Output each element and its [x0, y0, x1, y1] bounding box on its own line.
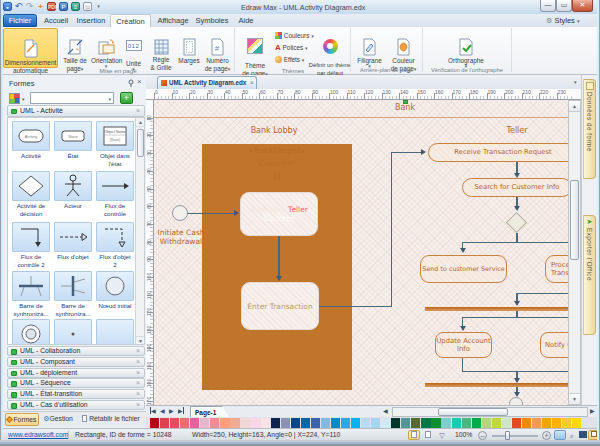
menu-tab-aide[interactable]: Aide: [234, 14, 258, 27]
tiles-scrollbar[interactable]: ▲ ▼: [135, 118, 145, 345]
palette-swatch[interactable]: [431, 418, 440, 428]
section-header-uml-activite[interactable]: UML - Activité ×: [7, 105, 145, 117]
menu-tab-fichier[interactable]: Fichier: [3, 14, 37, 27]
undo-icon[interactable]: ↶: [14, 2, 23, 11]
qat-dropdown-icon[interactable]: ▾: [94, 2, 103, 11]
tab-list-dropdown-icon[interactable]: ▾: [574, 79, 577, 85]
vscroll-thumb[interactable]: [570, 180, 579, 260]
lane-label-teller[interactable]: Teller: [467, 126, 567, 135]
tab-gestion[interactable]: ⚙Gestion: [41, 413, 75, 426]
palette-swatch[interactable]: [190, 418, 199, 428]
palette-swatch[interactable]: [170, 418, 179, 428]
minimize-button[interactable]: —: [540, 0, 556, 12]
palette-swatch[interactable]: [301, 418, 310, 428]
initial-node[interactable]: [172, 205, 188, 221]
definir-theme-defaut-button[interactable]: Définir un thème par défaut: [311, 28, 349, 68]
palette-swatch[interactable]: [240, 418, 249, 428]
shape-tile-flux-de-contr-le-2[interactable]: [12, 222, 50, 252]
frame-title[interactable]: Bank: [355, 103, 455, 112]
node-process-transaction[interactable]: Process Transaction: [545, 255, 568, 283]
section-header-uml-tat-transition[interactable]: UML - État-transition×: [7, 389, 145, 399]
tiles-scroll-down-icon[interactable]: ▼: [136, 336, 145, 345]
node-approach-teller-counter[interactable]: Approach Teller Counter: [240, 192, 318, 236]
document-tab[interactable]: UML Activity Diagram.edx ×: [157, 76, 257, 89]
save-icon[interactable]: ▪: [3, 2, 12, 11]
final-node[interactable]: [509, 397, 523, 405]
hscroll-thumb[interactable]: [438, 408, 508, 416]
word-icon[interactable]: ≡: [71, 2, 80, 11]
doc-icon[interactable]: ▤: [83, 2, 92, 11]
fit-page-icon[interactable]: [554, 430, 566, 440]
vscroll-up-icon[interactable]: ▲: [569, 101, 580, 112]
page-next-icon[interactable]: ▶: [169, 407, 174, 414]
palette-swatch[interactable]: [230, 418, 239, 428]
tab-formes[interactable]: Formes: [5, 413, 39, 426]
library-icon[interactable]: [9, 93, 20, 104]
palette-swatch[interactable]: [351, 418, 360, 428]
shape-tile-barre-de-synhroniza-[interactable]: [12, 271, 50, 301]
shape-tile-flux-d-objet[interactable]: [54, 222, 92, 252]
shape-tile-final[interactable]: [12, 319, 50, 345]
palette-swatch[interactable]: [532, 418, 541, 428]
palette-swatch[interactable]: [542, 418, 551, 428]
tab-retablir[interactable]: Rétablir le fichier: [77, 413, 145, 426]
pin-icon[interactable]: [127, 79, 135, 87]
lane-label-bank-lobby[interactable]: Bank Lobby: [224, 126, 324, 135]
orientation-button[interactable]: Orientation▾: [91, 28, 121, 68]
maximize-button[interactable]: ▭: [556, 0, 572, 12]
page-prev-icon[interactable]: ◀: [160, 407, 165, 414]
sidebar-tab-donnees-de-forme[interactable]: Données de forme: [583, 79, 596, 179]
document-tab-close-icon[interactable]: ×: [250, 79, 254, 86]
palette-swatch[interactable]: [391, 418, 400, 428]
hscroll-left-icon[interactable]: ◀: [383, 407, 388, 414]
menu-tab-symboles[interactable]: Symboles: [194, 14, 230, 27]
section-header-uml-d-ploiement[interactable]: UML - déploiement×: [7, 368, 145, 378]
palette-swatch[interactable]: [200, 418, 209, 428]
sync-bar-2[interactable]: [425, 383, 568, 387]
unite-button[interactable]: 012 Unité▾: [121, 28, 146, 68]
node-enter-transaction[interactable]: Enter Transaction: [241, 282, 319, 330]
pdf-icon[interactable]: PDF: [47, 2, 56, 11]
palette-swatch[interactable]: [522, 418, 531, 428]
library-dropdown-icon[interactable]: ▾: [22, 96, 25, 102]
palette-swatch[interactable]: [160, 418, 169, 428]
palette-swatch[interactable]: [251, 418, 260, 428]
shape-tile-activit-de-d-cision[interactable]: [12, 171, 50, 201]
palette-swatch[interactable]: [220, 418, 229, 428]
hscroll-right-icon[interactable]: ▶: [590, 407, 595, 414]
menu-tab-accueil[interactable]: Accueil: [40, 14, 72, 27]
section-close-icon[interactable]: ×: [136, 106, 140, 116]
palette-swatch[interactable]: [482, 418, 491, 428]
node-notify-customer[interactable]: Notify Customer: [540, 332, 568, 358]
shape-tile-flux-de-contr-le[interactable]: [96, 171, 134, 201]
decision-diamond[interactable]: [506, 212, 527, 233]
node-receive-transaction-request[interactable]: Receive Transaction Request: [428, 143, 568, 162]
tiles-scroll-up-icon[interactable]: ▲: [136, 118, 145, 127]
menu-tab-cration[interactable]: Création: [110, 14, 151, 27]
zoom-out-icon[interactable]: –: [478, 431, 487, 440]
palette-swatch[interactable]: [381, 418, 390, 428]
palette-swatch[interactable]: [441, 418, 450, 428]
zoom-slider-thumb[interactable]: [505, 431, 510, 440]
drawing-canvas[interactable]: Bank Bank Lobby Teller «TestATRegist» Cu…: [154, 100, 568, 405]
node-send-to-customer-service[interactable]: Send to customer Service: [420, 255, 507, 283]
zoom-slider[interactable]: [492, 435, 538, 437]
palette-swatch[interactable]: [512, 418, 521, 428]
marges-button[interactable]: Marges: [176, 28, 202, 68]
status-filter-icon[interactable]: ▽: [436, 430, 448, 440]
palette-swatch[interactable]: [502, 418, 511, 428]
couleur-de-page-button[interactable]: Couleur de page▾: [386, 28, 421, 68]
shape-tile--tat[interactable]: State: [54, 121, 92, 151]
shape-tile-flux-d-objet-2[interactable]: [96, 222, 134, 252]
node-search-customer-info[interactable]: Search for Customer Info: [462, 178, 568, 197]
shape-tile-objet-dans-l-tat[interactable]: Object Name[State]: [96, 121, 134, 151]
palette-swatch[interactable]: [562, 418, 571, 428]
canvas-vertical-scrollbar[interactable]: ▲ ▼: [568, 100, 581, 405]
shape-search-input[interactable]: ▾: [30, 92, 114, 104]
status-view-breaks-icon[interactable]: [422, 430, 434, 440]
numero-de-page-button[interactable]: # Numéro de page▾: [202, 28, 233, 68]
palette-swatch[interactable]: [472, 418, 481, 428]
shape-tile-barre-de-synhroniza-[interactable]: [54, 271, 92, 301]
palette-swatch[interactable]: [150, 418, 159, 428]
palette-swatch[interactable]: [401, 418, 410, 428]
